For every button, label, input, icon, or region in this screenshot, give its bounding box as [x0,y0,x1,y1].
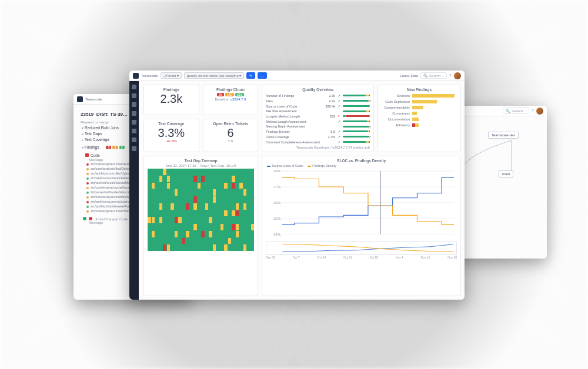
rail-icon[interactable] [132,111,136,116]
rail-icon[interactable] [132,102,136,107]
svg-text:280k: 280k [273,169,281,173]
dashboard-picker[interactable]: quality-trends-since-last-baseline ▾ [184,72,244,79]
chart-legend: Source Lines of Code Findings Density [267,164,457,167]
tile-findings-churn: Findings Churn 56 182 516 Baseline: v202… [203,85,259,115]
treemap-canvas[interactable] [148,169,254,251]
dashboard-header: Teamscale ⎇ main ▾ quality-trends-since-… [129,71,465,81]
churn-badge-orange: 182 [225,93,234,96]
more-button[interactable]: ⋯ [258,72,267,79]
section-testgaps[interactable]: Test Gaps [85,132,102,136]
avatar[interactable] [454,72,461,79]
tile-title: Test Gap Treemap [185,159,218,163]
tile-title: Test Coverage [148,122,195,126]
ticket-title: Draft: TS-39… [96,112,128,117]
new-findings-row: Documentation [382,116,457,122]
tile-title: Open Retro Tickets [207,122,255,126]
brand-label: Teamscale [85,98,102,101]
search-input[interactable]: 🔍Search… [503,108,529,114]
quality-row: Comment Completeness Assessment↗ [266,139,370,145]
edit-button[interactable]: ✎ [246,72,255,79]
chart-plot-area[interactable]: 240k250k260k270k280k [266,169,457,242]
avatar[interactable] [536,108,543,115]
app-logo-icon [133,73,139,79]
latest-data-label: Latest Data [400,74,418,78]
churn-badge-red: 56 [217,93,224,96]
tile-treemap: Test Gap Treemap Sep 30, 2024 17:36 – No… [143,156,258,296]
svg-text:260k: 260k [273,201,281,204]
node-main[interactable]: main [499,170,513,177]
help-icon[interactable]: ? [449,73,452,78]
tile-title: Findings [148,88,195,92]
rail-icon[interactable] [132,137,136,142]
coverage-value: 3.3% [148,127,195,139]
tile-title: Quality Overview [266,88,370,92]
churn-badge-green: 516 [235,93,244,96]
svg-text:240k: 240k [273,233,281,236]
findings-value: 2.3k [148,93,195,105]
dashboard-window: Teamscale ⎇ main ▾ quality-trends-since-… [129,71,465,300]
new-findings-row: Efficiency [382,122,457,128]
badge-red: 5 [106,146,111,149]
tile-open-retro: Open Retro Tickets 6 ± 0 [203,119,259,153]
search-input[interactable]: 🔍Search… [420,72,447,79]
quality-row: Number of Findings2.3k↗ [266,93,370,98]
section-build[interactable]: Reduced Build Jobs [85,126,119,130]
svg-text:270k: 270k [273,185,281,189]
badge-green: 3 [119,146,125,149]
node-root[interactable]: Teamscale-dev [488,132,519,139]
new-findings-row: Structure [382,93,457,99]
rail-icon[interactable] [132,85,136,89]
badge-orange: 8 [112,146,118,149]
rail-icon[interactable] [132,93,136,98]
retro-delta: ± 0 [207,139,255,143]
retro-value: 6 [207,127,255,139]
tile-quality-overview: Quality Overview Number of Findings2.3k↗… [262,85,374,152]
rail-icon[interactable] [132,146,136,151]
new-findings-row: Comprehensibility [382,105,457,110]
app-logo-icon [77,96,83,102]
ticket-id: 23519 [81,112,93,117]
tile-title: Findings Churn [207,88,255,92]
rail-icon[interactable] [132,129,136,133]
quality-row: Method Length Assessment↗ [266,119,370,124]
brand-label: Teamscale [141,74,158,78]
quality-row: Nesting Depth Assessment [266,124,370,129]
coverage-delta: -41.8% [148,139,195,143]
chart-minimap[interactable] [266,242,457,255]
chart-x-ticks: Sep 30Oct 7Oct 14Oct 21Oct 28Nov 4Nov 11… [266,256,457,259]
quality-row: Source Lines of Code328.4k↗ [266,103,370,109]
baseline-link[interactable]: v2024.7.0 [230,98,246,101]
tile-title: SLOC vs. Findings Density [266,159,457,163]
quality-row: Findings Density6.8↗ [266,129,370,134]
tile-findings: Findings 2.3k [143,85,199,115]
quality-row: File Size Assessment [266,109,370,113]
section-findings[interactable]: Findings [85,145,99,149]
quality-row: Longest Method Length292↗ [266,113,370,119]
tile-test-coverage: Test Coverage 3.3% -41.8% [143,119,199,153]
tile-title: New Findings [382,88,457,92]
group-code[interactable]: Code [91,153,100,157]
section-coverage[interactable]: Test Coverage [85,137,109,142]
qo-footer: Teamscale Baselines / v2024.7.0 (4 weeks… [266,146,370,149]
tile-sloc-chart: SLOC vs. Findings Density Source Lines o… [262,156,461,296]
branch-picker[interactable]: ⎇ main ▾ [161,72,182,79]
sidebar-rail [129,81,139,300]
quality-row: Files4.7k↗ [266,98,370,103]
quality-row: Clone Coverage2.7%↗ [266,134,370,139]
new-findings-row: Code Duplication [382,99,457,105]
treemap-sub: Sep 30, 2024 17:36 – Now | Test Gap: 10.… [166,164,236,167]
tile-new-findings: New Findings Structure Code Duplication … [377,85,461,152]
svg-text:250k: 250k [273,217,281,220]
rail-icon[interactable] [132,120,136,125]
new-findings-row: Correctness [382,110,457,116]
